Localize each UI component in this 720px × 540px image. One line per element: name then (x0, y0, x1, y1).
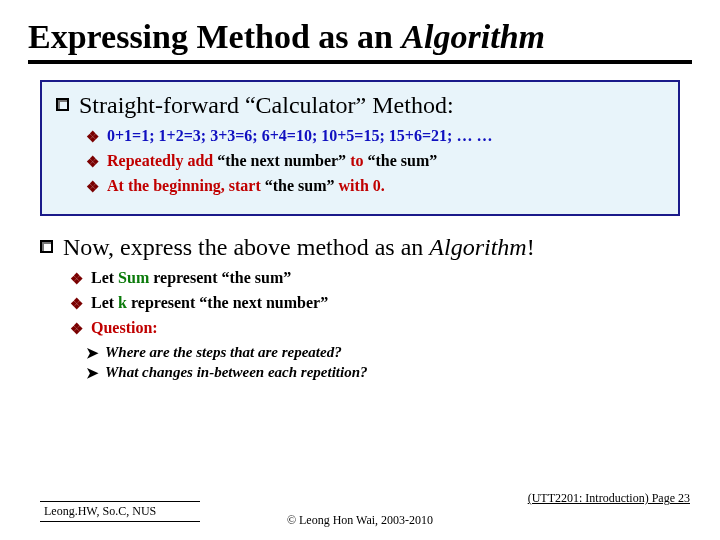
arrow-bullet-icon: ➤ (86, 344, 99, 362)
box-item-2: ❖ Repeatedly add “the next number” to “t… (86, 152, 664, 171)
let-sum-row: ❖ Let Sum represent “the sum” (70, 269, 692, 288)
slide-title: Expressing Method as an Algorithm (28, 18, 692, 56)
diamond-bullet-icon: ❖ (86, 178, 99, 196)
section2-heading: Now, express the above method as an Algo… (63, 234, 535, 261)
diamond-bullet-icon: ❖ (86, 128, 99, 146)
let-k-text: Let k represent “the next number” (91, 294, 328, 312)
question-1: ➤ Where are the steps that are repeated? (86, 344, 692, 362)
diamond-bullet-icon: ❖ (70, 270, 83, 288)
box-item-2-text: Repeatedly add “the next number” to “the… (107, 152, 437, 170)
footer-copyright: © Leong Hon Wai, 2003-2010 (0, 513, 720, 528)
footer: Leong.HW, So.C, NUS © Leong Hon Wai, 200… (0, 482, 720, 530)
square-bullet-icon (56, 98, 69, 111)
title-prefix: Expressing Method as an (28, 18, 401, 55)
box-item-1: ❖ 0+1=1; 1+2=3; 3+3=6; 6+4=10; 10+5=15; … (86, 127, 664, 146)
footer-pageref: (UTT2201: Introduction) Page 23 (528, 491, 690, 506)
box-heading: Straight-forward “Calculator” Method: (79, 92, 454, 119)
diamond-bullet-icon: ❖ (70, 320, 83, 338)
diamond-bullet-icon: ❖ (86, 153, 99, 171)
box-heading-row: Straight-forward “Calculator” Method: (56, 92, 664, 119)
question-row: ❖ Question: (70, 319, 692, 338)
question-2: ➤ What changes in-between each repetitio… (86, 364, 692, 382)
calc-sequence: 0+1=1; 1+2=3; 3+3=6; 6+4=10; 10+5=15; 15… (107, 127, 492, 145)
box-item-3: ❖ At the beginning, start “the sum” with… (86, 177, 664, 196)
title-algorithm: Algorithm (401, 18, 545, 55)
calculator-method-box: Straight-forward “Calculator” Method: ❖ … (40, 80, 680, 216)
title-rule (28, 60, 692, 64)
square-bullet-icon (40, 240, 53, 253)
question-label: Question: (91, 319, 158, 337)
box-item-3-text: At the beginning, start “the sum” with 0… (107, 177, 385, 195)
section2-heading-row: Now, express the above method as an Algo… (40, 234, 692, 261)
let-k-row: ❖ Let k represent “the next number” (70, 294, 692, 313)
arrow-bullet-icon: ➤ (86, 364, 99, 382)
let-sum-text: Let Sum represent “the sum” (91, 269, 291, 287)
diamond-bullet-icon: ❖ (70, 295, 83, 313)
